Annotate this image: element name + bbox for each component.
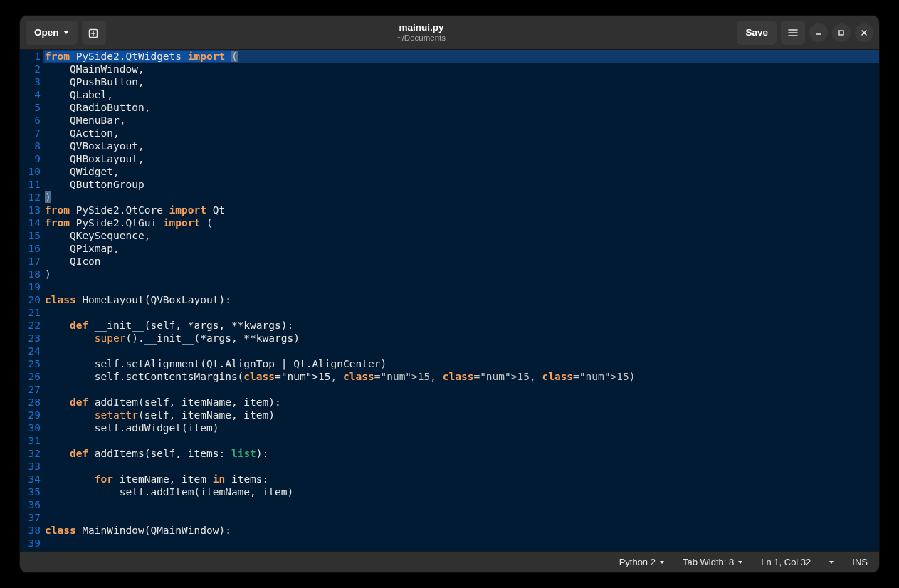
line-number: 14	[20, 216, 41, 229]
code-line[interactable]: )	[43, 191, 879, 204]
editor-window: Open mainui.py ~/Documents Save	[20, 16, 879, 572]
close-button[interactable]	[855, 23, 873, 42]
line-number: 30	[20, 421, 41, 434]
line-number: 27	[20, 383, 41, 396]
maximize-icon	[837, 28, 846, 37]
line-number: 15	[20, 229, 41, 242]
code-line[interactable]: def addItems(self, items: list):	[43, 447, 879, 460]
window-title: mainui.py	[110, 22, 733, 33]
line-number: 6	[20, 114, 41, 127]
new-tab-button[interactable]	[82, 21, 106, 45]
status-bar: Python 2 Tab Width: 8 Ln 1, Col 32 INS	[20, 551, 879, 572]
code-content[interactable]: from PySide2.QtWidgets import ( QMainWin…	[43, 50, 879, 551]
hamburger-icon	[787, 27, 799, 38]
code-line[interactable]: QHBoxLayout,	[43, 152, 879, 165]
line-number: 33	[20, 460, 41, 473]
code-line[interactable]: super().__init__(*args, **kwargs)	[43, 332, 879, 345]
code-line[interactable]	[43, 306, 879, 319]
line-number: 10	[20, 165, 41, 178]
line-number: 16	[20, 242, 41, 255]
line-number: 25	[20, 357, 41, 370]
line-number: 1	[20, 50, 41, 63]
line-number: 35	[20, 485, 41, 498]
code-line[interactable]: QMainWindow,	[43, 63, 879, 75]
line-number: 7	[20, 127, 41, 140]
line-number: 32	[20, 447, 41, 460]
line-number: 11	[20, 178, 41, 191]
line-number: 18	[20, 268, 41, 280]
minimize-button[interactable]	[809, 23, 828, 42]
save-button[interactable]: Save	[737, 21, 777, 45]
line-number: 9	[20, 152, 41, 165]
code-line[interactable]: setattr(self, itemName, item)	[43, 409, 879, 421]
code-line[interactable]: QWidget,	[43, 165, 879, 178]
code-line[interactable]: def addItem(self, itemName, item):	[43, 396, 879, 409]
code-line[interactable]	[43, 498, 879, 511]
code-line[interactable]	[43, 537, 879, 550]
code-line[interactable]: QMenuBar,	[43, 114, 879, 127]
code-line[interactable]	[43, 434, 879, 447]
code-line[interactable]	[43, 280, 879, 293]
status-insert-mode[interactable]: INS	[852, 557, 868, 567]
code-line[interactable]: )	[43, 268, 879, 280]
code-line[interactable]: QAction,	[43, 127, 879, 140]
status-tab-width[interactable]: Tab Width: 8	[683, 557, 742, 567]
open-button[interactable]: Open	[26, 21, 78, 45]
code-line[interactable]: QRadioButton,	[43, 101, 879, 114]
line-number: 34	[20, 473, 41, 485]
line-number: 13	[20, 204, 41, 216]
line-number: 26	[20, 370, 41, 383]
code-line[interactable]: QVBoxLayout,	[43, 140, 879, 152]
line-number-gutter: 1234567891011121314151617181920212223242…	[20, 50, 43, 551]
code-line[interactable]	[43, 383, 879, 396]
chevron-down-icon	[63, 31, 69, 34]
code-line[interactable]: self.setAlignment(Qt.AlignTop | Qt.Align…	[43, 357, 879, 370]
code-line[interactable]: QButtonGroup	[43, 178, 879, 191]
line-number: 38	[20, 524, 41, 537]
save-label: Save	[745, 27, 768, 38]
line-number: 20	[20, 293, 41, 306]
code-line[interactable]: from PySide2.QtCore import Qt	[43, 204, 879, 216]
line-number: 29	[20, 409, 41, 421]
code-line[interactable]: from PySide2.QtWidgets import (	[43, 50, 879, 63]
close-icon	[860, 28, 868, 37]
code-line[interactable]: def __init__(self, *args, **kwargs):	[43, 319, 879, 332]
header-bar: Open mainui.py ~/Documents Save	[20, 16, 879, 50]
hamburger-menu-button[interactable]	[781, 21, 805, 45]
svg-rect-1	[839, 31, 843, 35]
line-number: 23	[20, 332, 41, 345]
line-number: 21	[20, 306, 41, 319]
window-subtitle: ~/Documents	[110, 33, 733, 43]
line-number: 36	[20, 498, 41, 511]
code-line[interactable]: self.addItem(itemName, item)	[43, 485, 879, 498]
code-line[interactable]	[43, 345, 879, 357]
open-label: Open	[34, 27, 59, 38]
line-number: 19	[20, 280, 41, 293]
code-line[interactable]: QIcon	[43, 255, 879, 268]
minimize-icon	[814, 28, 823, 37]
code-line[interactable]: self.setContentsMargins(class="num">15, …	[43, 370, 879, 383]
code-line[interactable]: class HomeLayout(QVBoxLayout):	[43, 293, 879, 306]
code-line[interactable]: for itemName, item in items:	[43, 473, 879, 485]
line-number: 5	[20, 101, 41, 114]
code-line[interactable]: QPixmap,	[43, 242, 879, 255]
status-language[interactable]: Python 2	[619, 557, 664, 567]
line-number: 39	[20, 537, 41, 550]
chevron-down-icon	[660, 561, 664, 564]
status-extra-menu[interactable]	[829, 561, 834, 564]
code-line[interactable]: QPushButton,	[43, 75, 879, 88]
line-number: 22	[20, 319, 41, 332]
code-line[interactable]	[43, 511, 879, 524]
maximize-button[interactable]	[832, 23, 851, 42]
code-line[interactable]: self.addWidget(item)	[43, 421, 879, 434]
code-line[interactable]: QLabel,	[43, 88, 879, 101]
line-number: 31	[20, 434, 41, 447]
editor-area[interactable]: 1234567891011121314151617181920212223242…	[20, 50, 879, 551]
code-line[interactable]: from PySide2.QtGui import (	[43, 216, 879, 229]
code-line[interactable]	[43, 460, 879, 473]
code-line[interactable]: QKeySequence,	[43, 229, 879, 242]
code-line[interactable]: class MainWindow(QMainWindow):	[43, 524, 879, 537]
status-cursor-position[interactable]: Ln 1, Col 32	[761, 557, 811, 567]
line-number: 17	[20, 255, 41, 268]
line-number: 3	[20, 75, 41, 88]
